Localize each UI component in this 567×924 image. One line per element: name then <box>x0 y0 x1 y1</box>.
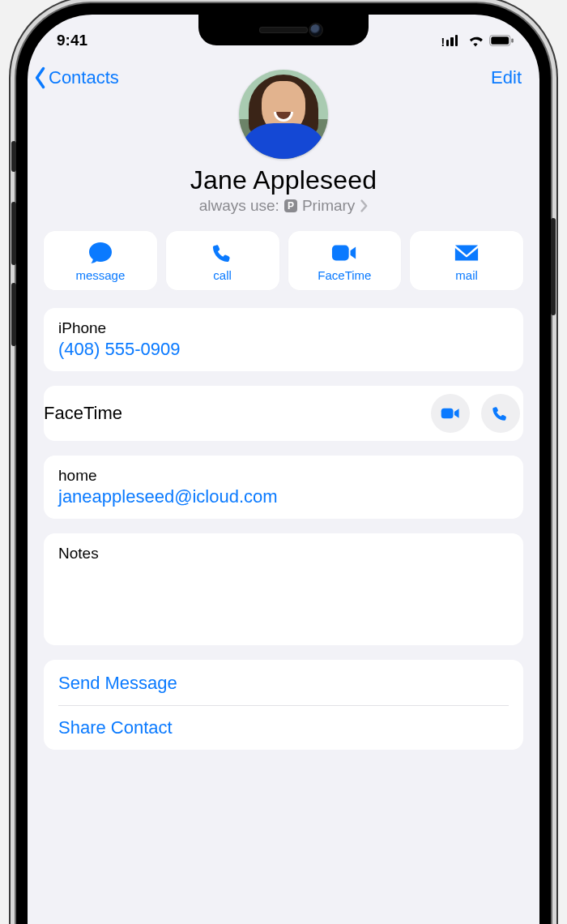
phone-label: iPhone <box>58 319 509 337</box>
phone-icon <box>210 241 236 265</box>
status-time: 9:41 <box>57 32 87 49</box>
notes-card[interactable]: Notes <box>44 533 523 645</box>
share-contact-button[interactable]: Share Contact <box>58 705 509 750</box>
back-label: Contacts <box>49 67 119 88</box>
sim-prefix: always use: <box>199 197 279 215</box>
mail-icon <box>454 241 480 265</box>
actions-card: Send Message Share Contact <box>44 660 523 750</box>
sim-selector[interactable]: always use: P Primary <box>28 197 539 215</box>
action-label: FaceTime <box>318 268 371 282</box>
action-label: call <box>213 268 232 282</box>
contact-name: Jane Appleseed <box>28 165 539 195</box>
message-icon <box>87 241 113 265</box>
svg-rect-3 <box>332 246 349 261</box>
svg-rect-2 <box>511 38 514 42</box>
email-card[interactable]: home janeappleseed@icloud.com <box>44 456 523 519</box>
action-facetime[interactable]: FaceTime <box>288 231 402 290</box>
svg-rect-1 <box>491 36 509 45</box>
send-message-button[interactable]: Send Message <box>58 661 509 705</box>
sim-badge: P <box>284 199 297 212</box>
svg-rect-4 <box>441 409 454 419</box>
facetime-video-button[interactable] <box>431 394 470 433</box>
video-icon <box>441 404 460 423</box>
phone-card[interactable]: iPhone (408) 555-0909 <box>44 308 523 371</box>
facetime-label: FaceTime <box>44 403 122 424</box>
phone-value: (408) 555-0909 <box>58 339 509 360</box>
contact-header: Jane Appleseed always use: P Primary <box>28 70 539 215</box>
dual-sim-signal-icon: ! <box>443 35 462 46</box>
avatar[interactable] <box>239 70 328 159</box>
wifi-icon <box>467 34 484 47</box>
contact-details: iPhone (408) 555-0909 FaceTime home jane… <box>28 290 539 750</box>
email-label: home <box>58 467 509 485</box>
facetime-card: FaceTime <box>44 386 523 441</box>
edit-button[interactable]: Edit <box>491 67 522 88</box>
phone-frame: 9:41 ! Contacts <box>16 3 551 924</box>
action-label: message <box>75 268 125 282</box>
email-value: janeappleseed@icloud.com <box>58 486 509 507</box>
action-mail[interactable]: mail <box>410 231 523 290</box>
notes-label: Notes <box>58 545 509 563</box>
action-message[interactable]: message <box>44 231 157 290</box>
quick-actions: message call FaceTime mail <box>28 215 539 290</box>
screen: 9:41 ! Contacts <box>28 15 539 924</box>
back-button[interactable]: Contacts <box>32 66 119 90</box>
battery-icon <box>489 35 514 46</box>
notch <box>198 15 369 45</box>
sim-name: Primary <box>302 197 355 215</box>
chevron-left-icon <box>32 66 49 90</box>
chevron-right-icon <box>360 199 368 212</box>
action-call[interactable]: call <box>166 231 279 290</box>
video-icon <box>331 241 357 265</box>
phone-icon <box>491 404 510 423</box>
action-label: mail <box>455 268 478 282</box>
facetime-audio-button[interactable] <box>481 394 520 433</box>
